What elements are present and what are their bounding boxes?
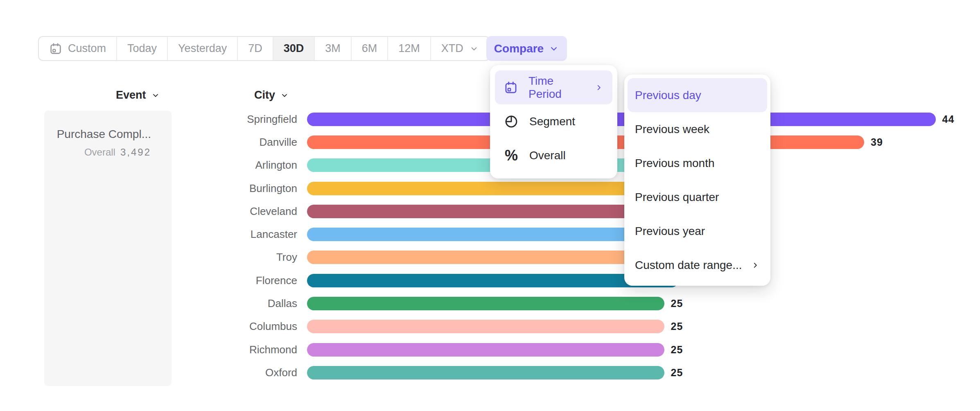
bar-florence[interactable]: [307, 274, 678, 287]
range-button-label: 12M: [398, 42, 420, 55]
chart-row-lancaster: Lancaster27: [0, 223, 980, 246]
range-button-label: 7D: [248, 42, 262, 55]
city-tick-label: Oxford: [0, 366, 297, 379]
menu-item-label: Previous day: [635, 89, 701, 102]
chevron-down-icon: [280, 91, 289, 100]
chart-row-columbus: Columbus25: [0, 315, 980, 338]
range-button-6m[interactable]: 6M: [352, 37, 388, 60]
city-column-header-label: City: [254, 89, 275, 102]
range-button-label: Today: [127, 42, 157, 55]
city-tick-label: Florence: [0, 274, 297, 287]
chevron-right-icon: [751, 261, 760, 270]
menu-item-label: Time Period: [528, 75, 573, 101]
menu-item-label: Overall: [529, 149, 566, 162]
chart-row-cleveland: Cleveland28: [0, 200, 980, 223]
chart-row-burlington: Burlington29: [0, 177, 980, 200]
submenu-item-custom-date-range[interactable]: Custom date range...: [628, 248, 767, 282]
range-button-xtd[interactable]: XTD: [431, 37, 489, 60]
city-tick-label: Arlington: [0, 159, 297, 172]
submenu-item-previous-quarter[interactable]: Previous quarter: [628, 180, 767, 214]
date-range-group: CustomTodayYesterday7D30D3M6M12MXTD: [38, 36, 490, 61]
range-button-label: Yesterday: [178, 42, 227, 55]
menu-item-label: Previous month: [635, 157, 715, 170]
menu-item-label: Previous year: [635, 225, 705, 238]
bar-springfield[interactable]: [307, 113, 936, 126]
event-column-header[interactable]: Event: [116, 89, 160, 102]
compare-button-label: Compare: [494, 42, 544, 55]
menu-item-label: Previous week: [635, 123, 709, 136]
submenu-item-previous-month[interactable]: Previous month: [628, 146, 767, 180]
menu-item-label: Previous quarter: [635, 191, 719, 204]
chart-row-oxford: Oxford25: [0, 361, 980, 384]
submenu-item-previous-day[interactable]: Previous day: [628, 78, 767, 112]
chart-row-richmond: Richmond25: [0, 338, 980, 361]
bar-value-label: 25: [671, 321, 683, 332]
chart-row-dallas: Dallas25: [0, 292, 980, 315]
city-tick-label: Cleveland: [0, 205, 297, 218]
range-button-today[interactable]: Today: [117, 37, 168, 60]
city-tick-label: Lancaster: [0, 228, 297, 241]
bar-columbus[interactable]: [307, 320, 664, 333]
analytics-report-view: CustomTodayYesterday7D30D3M6M12MXTD Comp…: [0, 0, 980, 411]
city-tick-label: Dallas: [0, 297, 297, 310]
city-tick-label: Burlington: [0, 182, 297, 195]
segment-icon: [504, 114, 519, 129]
menu-item-label: Custom date range...: [635, 259, 742, 272]
compare-button[interactable]: Compare: [486, 36, 567, 61]
city-column-header[interactable]: City: [254, 89, 289, 102]
range-button-yesterday[interactable]: Yesterday: [168, 37, 238, 60]
bar-value-label: 25: [671, 344, 683, 356]
range-button-7d[interactable]: 7D: [238, 37, 273, 60]
chevron-right-icon: [594, 83, 603, 92]
time-period-submenu: Previous dayPrevious weekPrevious monthP…: [624, 75, 770, 286]
range-button-label: Custom: [68, 42, 106, 55]
compare-menu-item-segment[interactable]: Segment: [495, 104, 612, 138]
bar-richmond[interactable]: [307, 343, 664, 357]
menu-item-label: Segment: [529, 115, 575, 128]
city-tick-label: Danville: [0, 136, 297, 149]
bar-oxford[interactable]: [307, 366, 664, 379]
range-button-custom[interactable]: Custom: [39, 37, 117, 60]
range-button-12m[interactable]: 12M: [388, 37, 431, 60]
chart-row-florence: Florence26: [0, 269, 980, 292]
range-button-3m[interactable]: 3M: [315, 37, 352, 60]
chart-row-troy: Troy26: [0, 246, 980, 269]
city-tick-label: Troy: [0, 251, 297, 264]
compare-menu-item-time-period[interactable]: Time Period: [495, 70, 612, 104]
chevron-down-icon: [549, 43, 559, 54]
city-tick-label: Springfield: [0, 113, 297, 126]
range-button-label: 3M: [325, 42, 341, 55]
calendar-icon: [504, 81, 518, 95]
range-button-30d[interactable]: 30D: [273, 37, 315, 60]
range-button-label: XTD: [441, 42, 463, 55]
bar-value-label: 25: [671, 298, 683, 309]
chevron-down-icon: [151, 91, 160, 100]
submenu-item-previous-year[interactable]: Previous year: [628, 214, 767, 248]
range-button-label: 30D: [284, 42, 304, 55]
compare-menu-item-overall[interactable]: %Overall: [495, 138, 612, 172]
event-column-header-label: Event: [116, 89, 146, 102]
bar-value-label: 39: [871, 136, 883, 148]
percent-icon: %: [504, 147, 519, 164]
bar-value-label: 44: [942, 113, 955, 125]
compare-menu: Time PeriodSegment%Overall: [490, 65, 617, 178]
calendar-icon: [49, 42, 62, 55]
range-button-label: 6M: [362, 42, 377, 55]
city-tick-label: Richmond: [0, 343, 297, 356]
chevron-down-icon: [469, 44, 479, 54]
bar-troy[interactable]: [307, 251, 678, 264]
city-tick-label: Columbus: [0, 320, 297, 333]
submenu-item-previous-week[interactable]: Previous week: [628, 112, 767, 146]
bar-value-label: 25: [671, 367, 683, 379]
bar-dallas[interactable]: [307, 297, 664, 310]
